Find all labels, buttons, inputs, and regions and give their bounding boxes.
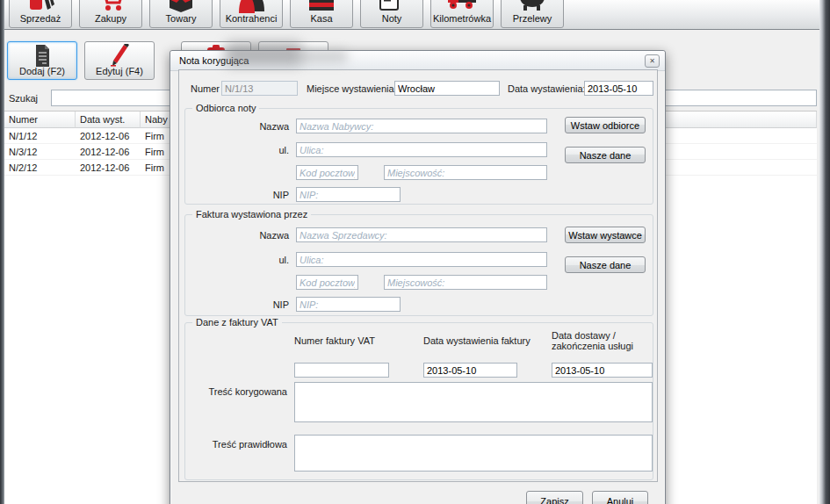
odbiorca-ulica-field[interactable] [296, 142, 547, 157]
toolbar-button-label: Noty [361, 13, 422, 24]
ulica-label: ul. [185, 255, 289, 265]
toolbar-button-label: Przelewy [502, 13, 563, 24]
miejsce-wystawienia-field[interactable] [394, 81, 500, 96]
document-add-icon [29, 44, 55, 68]
nip-label: NIP [185, 190, 289, 200]
data-wystawienia-faktury-field[interactable] [423, 363, 517, 378]
wystawca-nip-field[interactable] [296, 297, 401, 312]
numer-label: Numer [191, 83, 220, 94]
edit-button[interactable]: Edytuj (F4) [84, 41, 155, 80]
window-border-right [819, 0, 830, 504]
censored-blur [297, 49, 348, 63]
wstaw-wystawce-button[interactable]: Wstaw wystawce [565, 227, 646, 243]
tresc-prawidlowa-textarea[interactable] [294, 435, 653, 472]
ulica-label: ul. [185, 145, 289, 155]
toolbar-button-kasa[interactable]: Kasa [290, 0, 353, 28]
data-wystawienia-field[interactable] [584, 81, 653, 96]
cancel-button[interactable]: Anuluj [592, 491, 648, 504]
wstaw-odbiorce-button[interactable]: Wstaw odbiorce [565, 117, 646, 133]
toolbar-button-label: Kilometrówka [431, 13, 493, 24]
dane-z-faktury-group: Dane z faktury VAT Numer faktury VAT Dat… [184, 322, 653, 480]
red-pen-icon [106, 44, 133, 68]
search-label: Szukaj [9, 93, 38, 104]
wystawca-nazwa-field[interactable] [296, 227, 547, 242]
nota-korygujaca-dialog: Nota korygująca ✕ Numer Miejsce wystawie… [170, 50, 666, 504]
save-button[interactable]: Zapisz [526, 491, 583, 504]
miejsce-wystawienia-label: Miejsce wystawienia [307, 83, 394, 94]
dialog-form-panel: Numer Miejsce wystawienia Data wystawien… [178, 69, 658, 482]
odbiorca-noty-group: Odbiorca noty Nazwa Wstaw odbiorce ul. N… [184, 108, 653, 205]
tresc-korygowana-textarea[interactable] [294, 382, 653, 422]
toolbar-button-zakupy[interactable]: Zakupy [79, 0, 142, 28]
edit-button-label: Edytuj (F4) [85, 66, 154, 76]
tresc-korygowana-label: Treść korygowana [185, 386, 287, 397]
main-toolbar: Sprzedaż Zakupy Towary [4, 0, 819, 30]
odbiorca-noty-group-title: Odbiorca noty [192, 103, 259, 113]
wystawca-miejscowosc-field[interactable] [384, 275, 547, 290]
wystawca-nasze-dane-button[interactable]: Nasze dane [565, 256, 646, 273]
column-header-numer[interactable]: Numer [4, 112, 76, 128]
wystawca-ulica-field[interactable] [296, 252, 547, 267]
nazwa-label: Nazwa [185, 121, 289, 132]
close-icon: ✕ [649, 57, 655, 65]
window-border-left [0, 0, 4, 504]
close-button[interactable]: ✕ [645, 54, 660, 68]
numer-faktury-col-label: Numer faktury VAT [294, 335, 375, 346]
toolbar-button-label: Kasa [291, 13, 352, 24]
toolbar-button-label: Towary [150, 13, 212, 24]
odbiorca-miejscowosc-field[interactable] [384, 165, 547, 180]
toolbar-button-kilometrowka[interactable]: Kilometrówka [430, 0, 494, 28]
toolbar-button-sprzedaz[interactable]: Sprzedaż [9, 0, 72, 28]
tresc-prawidlowa-label: Treść prawidłowa [185, 439, 287, 450]
add-button[interactable]: Dodaj (F2) [7, 41, 77, 80]
odbiorca-nasze-dane-button[interactable]: Nasze dane [565, 147, 646, 163]
data-wystawienia-label: Data wystawienia: [508, 83, 586, 94]
column-header-data-wyst[interactable]: Data wyst. [76, 112, 141, 128]
wystawca-group-title: Faktura wystawiona przez [192, 209, 311, 220]
toolbar-button-label: Kontrahenci [220, 13, 282, 24]
toolbar-button-kontrahenci[interactable]: Kontrahenci [220, 0, 283, 28]
nip-label: NIP [185, 299, 289, 310]
odbiorca-kod-pocztowy-field[interactable] [296, 165, 358, 180]
numer-field[interactable] [221, 81, 298, 96]
toolbar-button-przelewy[interactable]: Przelewy [501, 0, 564, 28]
odbiorca-nip-field[interactable] [296, 187, 401, 202]
data-dostawy-col-label: Data dostawy / zakończenia usługi [552, 330, 650, 351]
data-dostawy-field[interactable] [552, 363, 653, 378]
numer-faktury-field[interactable] [294, 363, 389, 378]
nazwa-label: Nazwa [185, 230, 289, 241]
wystawca-group: Faktura wystawiona przez Nazwa Wstaw wys… [184, 214, 653, 316]
add-button-label: Dodaj (F2) [8, 66, 76, 76]
toolbar-button-towary[interactable]: Towary [149, 0, 213, 28]
toolbar-button-noty[interactable]: Noty [360, 0, 423, 28]
app-window: Sprzedaż Zakupy Towary [0, 0, 830, 504]
data-wystawienia-faktury-col-label: Data wystawienia faktury [423, 335, 530, 346]
toolbar-button-label: Sprzedaż [10, 13, 71, 24]
odbiorca-nazwa-field[interactable] [296, 119, 547, 133]
wystawca-kod-pocztowy-field[interactable] [296, 275, 358, 290]
censored-blur [225, 42, 302, 66]
toolbar-button-label: Zakupy [80, 13, 141, 24]
dane-z-faktury-group-title: Dane z faktury VAT [192, 317, 282, 328]
